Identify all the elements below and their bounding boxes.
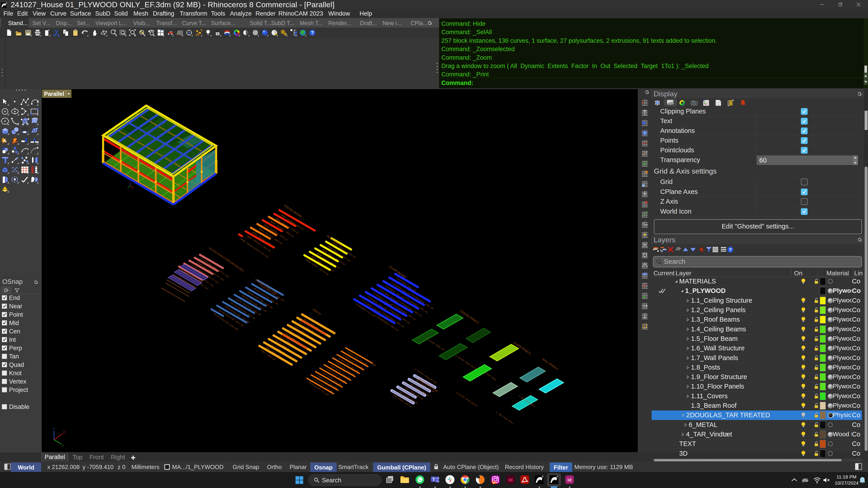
svg-text:A - CEILING - PANEL TOP: A - CEILING - PANEL TOP <box>426 337 445 352</box>
svg-text:y: y <box>63 430 65 433</box>
svg-text:8: 8 <box>542 475 544 478</box>
svg-text:Id: Id <box>567 477 571 482</box>
svg-text:FLOOR BEAMS: FLOOR BEAMS <box>389 265 406 279</box>
svg-text:z: z <box>53 427 55 430</box>
svg-text:x: x <box>62 444 64 447</box>
svg-text:T: T <box>432 477 435 482</box>
svg-text:8: 8 <box>6 2 7 4</box>
svg-text:Id: Id <box>508 477 513 482</box>
svg-text:8: 8 <box>557 475 558 478</box>
svg-text:POSTS: POSTS <box>312 308 321 316</box>
svg-text:C - WALL PANEL SIDE 2: C - WALL PANEL SIDE 2 <box>496 411 514 424</box>
svg-text:?: ? <box>311 30 314 35</box>
svg-text:?: ? <box>729 247 732 252</box>
svg-text:WALL PANELS: WALL PANELS <box>541 358 559 370</box>
svg-text:CEILING PANELS: CEILING PANELS <box>459 310 479 324</box>
svg-text:B - FLOOR - PANEL CENTER: B - FLOOR - PANEL CENTER <box>456 392 478 407</box>
svg-text:CEILING BEAMS: CEILING BEAMS <box>283 204 303 218</box>
svg-text:A - FLOOR - PANEL: A - FLOOR - PANEL <box>482 370 497 381</box>
